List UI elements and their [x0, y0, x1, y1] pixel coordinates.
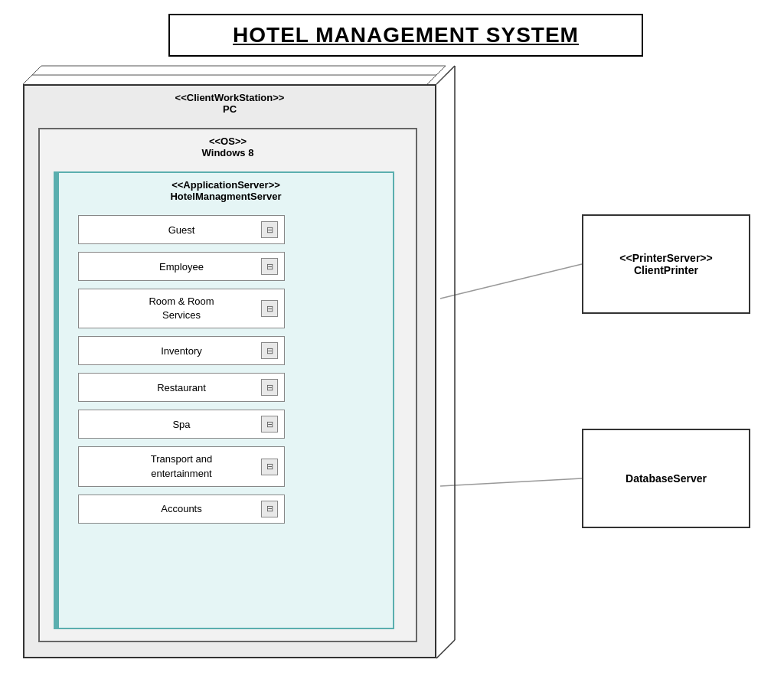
app-server-label: <<ApplicationServer>> HotelManagmentServ…: [59, 173, 393, 202]
printer-server-box: <<PrinterServer>> ClientPrinter: [582, 214, 750, 314]
os-box: <<OS>> Windows 8 <<ApplicationServer>> H…: [38, 128, 417, 642]
os-label: <<OS>> Windows 8: [40, 129, 416, 158]
restaurant-module: Restaurant: [78, 373, 285, 402]
title-box: HOTEL MANAGEMENT SYSTEM: [168, 14, 643, 57]
svg-line-8: [23, 75, 32, 84]
svg-line-6: [23, 66, 41, 84]
client-workstation-box: <<ClientWorkStation>> PC <<OS>> Windows …: [23, 84, 436, 658]
database-server-label: DatabaseServer: [626, 472, 707, 485]
database-server-box: DatabaseServer: [582, 429, 750, 528]
svg-line-2: [436, 66, 455, 84]
employee-icon: [261, 258, 278, 275]
room-module: Room & RoomServices: [78, 289, 285, 328]
page-title: HOTEL MANAGEMENT SYSTEM: [233, 23, 579, 47]
transport-icon: [261, 459, 278, 475]
printer-server-label: <<PrinterServer>> ClientPrinter: [619, 252, 712, 276]
guest-icon: [261, 221, 278, 238]
svg-line-0: [440, 264, 582, 299]
spa-icon: [261, 416, 278, 433]
inventory-module: Inventory: [78, 336, 285, 365]
transport-module: Transport andentertainment: [78, 446, 285, 486]
app-server-box: <<ApplicationServer>> HotelManagmentServ…: [54, 171, 394, 629]
modules-container: Guest Employee Room & RoomServices: [78, 215, 285, 524]
svg-line-10: [436, 75, 446, 84]
room-icon: [261, 300, 278, 317]
inventory-icon: [261, 342, 278, 359]
client-ws-stereotype: <<ClientWorkStation>> PC: [24, 86, 435, 115]
restaurant-icon: [261, 379, 278, 396]
svg-line-5: [427, 66, 446, 84]
svg-line-3: [436, 640, 455, 658]
accounts-icon: [261, 501, 278, 517]
spa-module: Spa: [78, 410, 285, 439]
accounts-module: Accounts: [78, 495, 285, 524]
svg-line-1: [440, 478, 582, 486]
employee-module: Employee: [78, 252, 285, 281]
guest-module: Guest: [78, 215, 285, 244]
